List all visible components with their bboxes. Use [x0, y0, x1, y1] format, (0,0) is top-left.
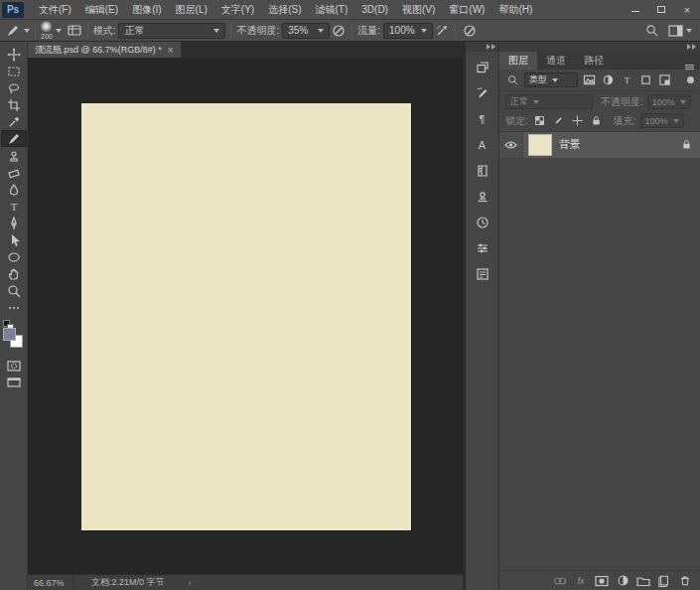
tool-preset-picker[interactable] [4, 22, 30, 39]
menu-view[interactable]: 视图(V) [395, 0, 442, 19]
airbrush-button[interactable] [433, 22, 450, 39]
pressure-size-button[interactable] [461, 22, 478, 39]
menu-3d[interactable]: 3D(D) [354, 0, 395, 19]
rectangular-marquee-tool[interactable] [1, 63, 27, 79]
document-canvas[interactable] [81, 103, 411, 530]
filtering-toggle[interactable] [687, 76, 694, 83]
workspace-switcher[interactable] [668, 25, 692, 37]
canvas-area[interactable] [28, 58, 463, 574]
delete-layer-button[interactable] [677, 573, 693, 588]
menu-image[interactable]: 图像(I) [125, 0, 168, 19]
layer-blend-mode-select[interactable]: 正常 [505, 94, 593, 109]
layer-blend-mode-value: 正常 [510, 95, 528, 108]
fx-icon: fx [577, 576, 584, 586]
menu-edit[interactable]: 编辑(E) [78, 0, 125, 19]
menu-select[interactable]: 选择(S) [261, 0, 308, 19]
menu-help[interactable]: 帮助(H) [491, 0, 539, 19]
timeline-panel-icon[interactable] [471, 211, 494, 234]
tab-paths[interactable]: 路径 [575, 52, 613, 70]
edit-toolbar-button[interactable] [1, 299, 27, 316]
eraser-tool[interactable] [1, 164, 27, 181]
pen-tool[interactable] [1, 215, 27, 231]
filter-shape-layers-icon[interactable] [638, 73, 653, 87]
opacity-select[interactable]: 35% [282, 23, 330, 39]
layer-thumbnail[interactable] [528, 134, 552, 156]
tab-close-icon[interactable]: × [168, 45, 174, 56]
layer-row-background[interactable]: 背景 [499, 132, 700, 158]
opacity-control: 不透明度: 35% [236, 23, 330, 39]
lock-position-icon[interactable] [570, 113, 585, 128]
collapse-panels-icon [687, 44, 691, 50]
panel-collapse-bar[interactable] [499, 42, 700, 52]
link-layers-button[interactable] [552, 573, 568, 588]
tab-layers[interactable]: 图层 [499, 52, 537, 70]
panel-tab-bar: 图层 通道 路径 [499, 52, 700, 70]
brush-tool[interactable] [1, 130, 27, 147]
document-tab[interactable]: 漂流瓶.psd @ 66.7%(RGB/8#) * × [28, 42, 181, 58]
new-layer-button[interactable] [656, 573, 672, 588]
blend-mode-control: 模式: 正常 [93, 23, 226, 39]
type-tool[interactable]: T [1, 198, 27, 215]
maximize-icon [657, 6, 665, 13]
path-selection-tool[interactable] [1, 231, 27, 248]
flow-select[interactable]: 100% [383, 23, 433, 39]
minimize-button[interactable] [623, 0, 648, 19]
adjustments-panel-icon[interactable] [471, 236, 494, 260]
menu-type[interactable]: 文字(Y) [214, 0, 261, 19]
mode-select[interactable]: 正常 [118, 23, 225, 39]
lasso-tool[interactable] [1, 79, 27, 96]
menu-file[interactable]: 文件(F) [32, 0, 78, 19]
menu-window[interactable]: 窗口(W) [442, 0, 491, 19]
eyedropper-tool[interactable] [1, 113, 27, 130]
lock-image-pixels-icon[interactable] [551, 113, 566, 128]
pressure-opacity-button[interactable] [330, 22, 347, 39]
libraries-panel-icon[interactable] [471, 159, 494, 183]
chevron-down-icon [680, 100, 686, 104]
layer-visibility-toggle[interactable] [499, 132, 523, 158]
character-panel-icon[interactable]: A [471, 133, 494, 157]
brush-preset-picker[interactable]: 200 [41, 21, 62, 40]
new-group-button[interactable] [635, 573, 651, 588]
paragraph-panel-icon[interactable]: ¶ [471, 107, 494, 131]
smudge-tool[interactable] [1, 181, 27, 198]
properties-panel-icon[interactable] [471, 262, 494, 286]
tool-bar: T [0, 42, 28, 590]
menu-layer[interactable]: 图层(L) [169, 0, 214, 19]
clone-stamp-tool[interactable] [1, 147, 27, 164]
crop-tool[interactable] [1, 96, 27, 113]
toggle-brush-panel-button[interactable] [68, 24, 82, 37]
foreground-color-swatch[interactable] [3, 328, 16, 341]
maximize-button[interactable] [648, 0, 674, 19]
tab-channels[interactable]: 通道 [537, 52, 575, 70]
add-layer-mask-button[interactable] [594, 573, 610, 588]
quick-mask-button[interactable] [1, 357, 27, 373]
shape-tool[interactable] [1, 248, 27, 265]
clone-source-panel-icon[interactable] [471, 185, 494, 209]
zoom-level-field[interactable]: 66.67% [28, 575, 73, 590]
layer-style-button[interactable]: fx [573, 573, 589, 588]
menu-filter[interactable]: 滤镜(T) [309, 0, 355, 19]
filter-smart-objects-icon[interactable] [657, 73, 672, 87]
screen-mode-button[interactable] [1, 373, 27, 390]
brush-presets-panel-icon[interactable] [471, 81, 494, 105]
default-colors-icon[interactable] [3, 320, 10, 327]
lock-all-icon[interactable] [589, 113, 604, 128]
move-tool[interactable] [1, 46, 27, 63]
status-expander-icon[interactable]: › [189, 578, 192, 588]
lock-transparent-pixels-icon[interactable] [532, 113, 547, 128]
history-panel-icon[interactable] [471, 56, 494, 79]
filter-type-select[interactable]: 类型 [524, 73, 578, 87]
search-icon[interactable] [643, 22, 660, 39]
filter-adjustment-layers-icon[interactable] [601, 73, 616, 87]
layer-opacity-select[interactable]: 100% [647, 94, 691, 109]
fill-select[interactable]: 100% [640, 113, 684, 128]
new-adjustment-layer-button[interactable] [615, 573, 630, 588]
filter-type-layers-icon[interactable]: T [620, 73, 634, 87]
fill-value: 100% [645, 116, 668, 126]
chevron-down-icon [673, 119, 679, 123]
close-button[interactable]: × [674, 0, 700, 19]
zoom-tool[interactable] [1, 282, 27, 299]
filter-pixel-layers-icon[interactable] [582, 73, 597, 87]
hand-tool[interactable] [1, 265, 27, 282]
strip-collapse-bar[interactable] [466, 42, 498, 52]
